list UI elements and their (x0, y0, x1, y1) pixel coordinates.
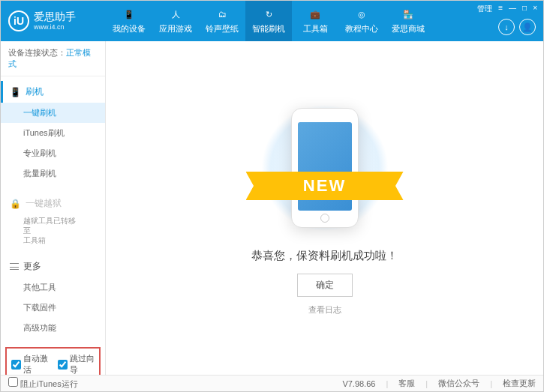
confirm-button[interactable]: 确定 (297, 274, 353, 297)
menu-icon[interactable]: ≡ (498, 4, 503, 14)
user-button[interactable]: 👤 (519, 19, 536, 35)
store-icon: 🏪 (401, 7, 415, 21)
success-message: 恭喜您，保资料刷机成功啦！ (251, 249, 398, 263)
new-badge: NEW (246, 172, 404, 200)
options-box: 自动激活 跳过向导 (5, 347, 101, 375)
wechat-link[interactable]: 微信公众号 (438, 378, 479, 389)
sidebar-item-batch[interactable]: 批量刷机 (1, 163, 105, 184)
maximize-button[interactable]: □ (522, 4, 527, 14)
nav-my-device[interactable]: 📱我的设备 (106, 1, 152, 41)
folder-icon: 🗂 (215, 7, 229, 21)
app-header: iU 爱思助手 www.i4.cn 📱我的设备 人应用游戏 🗂铃声壁纸 ↻智能刷… (1, 1, 543, 41)
block-itunes-checkbox[interactable]: 阻止iTunes运行 (8, 377, 78, 390)
sidebar-flash-header[interactable]: 📱刷机 (1, 81, 105, 103)
download-button[interactable]: ↓ (498, 19, 515, 35)
sidebar-item-oneclick[interactable]: 一键刷机 (1, 103, 105, 123)
refresh-icon: ↻ (262, 7, 275, 21)
close-button[interactable]: × (533, 4, 537, 14)
sidebar-item-other[interactable]: 其他工具 (1, 277, 105, 298)
connection-status: 设备连接状态：正常模式 (1, 41, 105, 76)
sidebar-item-advanced[interactable]: 高级功能 (1, 318, 105, 338)
sidebar-item-pro[interactable]: 专业刷机 (1, 143, 105, 163)
logo: iU 爱思助手 www.i4.cn (1, 10, 106, 31)
hamburger-icon (10, 263, 19, 270)
nav-ringtones[interactable]: 🗂铃声壁纸 (199, 1, 245, 41)
nav-store[interactable]: 🏪爱思商城 (385, 1, 431, 41)
version-label: V7.98.66 (342, 379, 375, 388)
sidebar-item-itunes[interactable]: iTunes刷机 (1, 123, 105, 143)
nav-apps[interactable]: 人应用游戏 (152, 1, 199, 41)
skip-guide-checkbox[interactable]: 跳过向导 (58, 353, 95, 375)
brand-name: 爱思助手 (34, 11, 76, 22)
brand-url: www.i4.cn (34, 23, 76, 31)
footer: 阻止iTunes运行 V7.98.66 | 客服 | 微信公众号 | 检查更新 (1, 375, 543, 391)
logo-icon: iU (8, 10, 29, 31)
success-illustration: NEW (257, 100, 392, 235)
briefcase-icon: 💼 (308, 7, 322, 21)
content-area: NEW 恭喜您，保资料刷机成功啦！ 确定 查看日志 (106, 41, 543, 375)
jailbreak-note: 越狱工具已转移至 工具箱 (1, 214, 105, 247)
main-area: 设备连接状态：正常模式 📱刷机 一键刷机 iTunes刷机 专业刷机 批量刷机 … (1, 41, 543, 375)
nav-flash[interactable]: ↻智能刷机 (245, 1, 292, 41)
window-controls: 管理 ≡ — □ × (477, 4, 537, 14)
view-log-link[interactable]: 查看日志 (308, 304, 341, 316)
nav-tutorials[interactable]: ◎教程中心 (338, 1, 385, 41)
support-link[interactable]: 客服 (398, 378, 415, 389)
sidebar-item-download[interactable]: 下载固件 (1, 298, 105, 318)
sidebar-more-header[interactable]: 更多 (1, 256, 105, 277)
target-icon: ◎ (355, 7, 368, 21)
header-actions: ↓ 👤 (498, 19, 536, 35)
sidebar-jailbreak-header[interactable]: 🔒一键越狱 (1, 193, 105, 214)
phone-icon: 📱 (10, 87, 21, 97)
auto-activate-checkbox[interactable]: 自动激活 (11, 353, 49, 375)
lock-icon: 🔒 (10, 199, 21, 209)
apps-icon: 人 (169, 7, 182, 21)
manage-button[interactable]: 管理 (477, 4, 492, 14)
sidebar: 设备连接状态：正常模式 📱刷机 一键刷机 iTunes刷机 专业刷机 批量刷机 … (1, 41, 106, 375)
update-link[interactable]: 检查更新 (503, 378, 536, 389)
phone-icon: 📱 (122, 7, 136, 21)
nav-toolbox[interactable]: 💼工具箱 (292, 1, 338, 41)
minimize-button[interactable]: — (509, 4, 516, 14)
